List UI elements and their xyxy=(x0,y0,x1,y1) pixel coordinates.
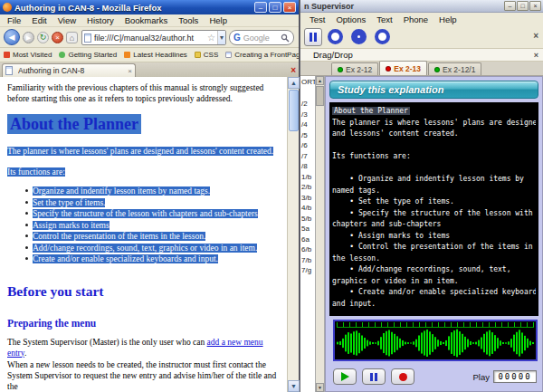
maximize-icon[interactable]: □ xyxy=(269,2,281,13)
back-button[interactable]: ◀ xyxy=(4,29,20,45)
terminal-title-line: About the Planner xyxy=(332,106,536,118)
firefox-scrollbar[interactable]: ▲ ▼ xyxy=(287,77,299,392)
getting-started-icon xyxy=(59,52,65,58)
firefox-nav-toolbar: ◀ ▶ ↻ × ⌂ file:///C|/manual32/author.ht … xyxy=(0,27,299,48)
most-visited-icon xyxy=(4,52,10,58)
pause-button[interactable] xyxy=(362,368,386,385)
scrollbar-thumb[interactable] xyxy=(289,90,299,131)
minimize-icon[interactable]: – xyxy=(504,1,516,11)
tree-item[interactable]: 5/b xyxy=(300,214,315,225)
lesson-text-area[interactable]: About the Planner The planner is where l… xyxy=(329,102,538,316)
search-box[interactable]: G Google xyxy=(229,30,294,45)
bullet-dot xyxy=(25,212,28,215)
maximize-icon[interactable]: □ xyxy=(517,1,529,11)
tab-ex-2-12[interactable]: Ex 2-12 xyxy=(331,62,378,75)
play-button[interactable] xyxy=(333,368,357,385)
menu-item[interactable]: Text xyxy=(371,14,397,24)
tree-item[interactable]: 5a xyxy=(300,224,315,234)
tree-item[interactable]: 6a xyxy=(300,234,315,245)
firefox-titlebar[interactable]: Authoring in CAN-8 - Mozilla Firefox – □… xyxy=(0,0,299,14)
tree-item[interactable]: /6 xyxy=(300,140,315,151)
menu-item[interactable]: Tools xyxy=(173,15,204,25)
bookmark-frontpage[interactable]: Creating a FrontPage... xyxy=(225,51,299,59)
menu-item[interactable]: File xyxy=(2,15,26,25)
search-icon[interactable] xyxy=(281,33,290,43)
waveform-graph xyxy=(337,328,534,359)
planner-tree-panel[interactable]: ORTE /2/3/4/5/6/7/81/b2/b3/b4/b5/b5a6a6/… xyxy=(300,76,316,392)
toolbar-round-button-2[interactable] xyxy=(351,29,367,44)
waveform-display xyxy=(333,320,538,361)
scroll-down-icon[interactable]: ▼ xyxy=(288,380,300,392)
record-button[interactable] xyxy=(391,368,414,385)
search-placeholder: Google xyxy=(243,33,281,43)
menu-item[interactable]: Help xyxy=(204,15,233,25)
page-content[interactable]: Familiarity with the previous chapters o… xyxy=(0,77,287,392)
toolbar-round-button-1[interactable] xyxy=(328,29,343,44)
close-icon[interactable]: × xyxy=(283,2,296,13)
terminal-line: graphics or video in an item. xyxy=(332,276,536,288)
supervisor-titlebar[interactable]: n Supervisor – □ × xyxy=(300,0,543,13)
toolbar-pause-button[interactable] xyxy=(304,28,322,46)
tabbar-close-button[interactable]: × xyxy=(291,65,296,75)
tree-item[interactable]: 6/b xyxy=(300,244,315,255)
tree-item[interactable]: /8 xyxy=(300,161,315,172)
scroll-up-icon[interactable]: ▲ xyxy=(288,77,300,89)
home-button[interactable]: ⌂ xyxy=(66,32,78,43)
bookmarks-toolbar: Most Visited Getting Started Latest Head… xyxy=(0,48,299,62)
toolbar-round-button-3[interactable] xyxy=(375,29,390,44)
menu-item[interactable]: Phone xyxy=(398,14,433,24)
scrollbar-thumb[interactable] xyxy=(316,86,324,106)
tree-item[interactable]: /4 xyxy=(300,120,315,130)
menu-item[interactable]: Help xyxy=(433,14,462,24)
tab-ex-2-12-1[interactable]: Ex 2-12/1 xyxy=(428,62,481,75)
toolbar-close-icon[interactable]: × xyxy=(533,31,538,41)
scroll-up-icon[interactable]: ▲ xyxy=(316,76,324,85)
bookmark-star-icon[interactable]: ☆ xyxy=(207,33,215,43)
menu-item[interactable]: Test xyxy=(304,14,330,24)
bullet-dot xyxy=(25,201,28,204)
reload-button[interactable]: ↻ xyxy=(37,32,49,43)
tree-item[interactable]: 1/b xyxy=(300,172,315,183)
tree-item[interactable]: 2/b xyxy=(300,182,315,193)
menu-item[interactable]: Bookmarks xyxy=(119,15,174,25)
page-icon xyxy=(225,52,232,58)
stop-button[interactable]: × xyxy=(52,32,63,43)
close-icon[interactable]: × xyxy=(529,1,541,11)
tree-item[interactable]: /3 xyxy=(300,110,315,120)
address-bar[interactable]: file:///C|/manual32/author.ht ☆ ▾ xyxy=(81,30,226,45)
bookmark-getting-started[interactable]: Getting Started xyxy=(59,51,117,59)
tab-close-icon[interactable]: × xyxy=(128,67,132,75)
scroll-down-icon[interactable]: ▼ xyxy=(316,383,324,392)
menu-item[interactable]: Options xyxy=(330,14,371,24)
heading-about-the-planner: About the Planner xyxy=(7,114,281,134)
tree-item[interactable]: /2 xyxy=(300,99,315,110)
menu-item[interactable]: Edit xyxy=(26,15,52,25)
tree-item[interactable]: /7 xyxy=(300,151,315,162)
terminal-line xyxy=(332,163,536,175)
supervisor-menubar: TestOptionsTextPhoneHelp xyxy=(300,13,543,25)
forward-button[interactable]: ▶ xyxy=(23,32,34,43)
tree-item[interactable]: /5 xyxy=(300,130,315,141)
bookmark-most-visited[interactable]: Most Visited xyxy=(4,51,52,59)
minimize-icon[interactable]: – xyxy=(254,2,267,13)
tree-item[interactable]: 7/b xyxy=(300,255,315,266)
tree-scrollbar[interactable]: ▲ ▼ xyxy=(316,76,325,392)
bookmark-latest-headlines[interactable]: Latest Headlines xyxy=(124,51,187,59)
address-dropdown-icon[interactable]: ▾ xyxy=(217,31,225,44)
tab-ex-2-13[interactable]: Ex 2-13 xyxy=(379,61,427,75)
menu-item[interactable]: History xyxy=(81,15,119,25)
lesson-title: Study this explanation xyxy=(338,84,443,95)
bookmark-css[interactable]: CSS xyxy=(195,51,218,59)
tree-item[interactable]: 4/b xyxy=(300,203,315,214)
terminal-line: Its functions are: xyxy=(332,151,536,163)
tree-item[interactable]: 7/g xyxy=(300,265,315,276)
tree-header: ORTE xyxy=(300,76,315,86)
tree-item[interactable]: 3/b xyxy=(300,193,315,204)
menu-item[interactable]: View xyxy=(52,15,81,25)
tab-label: Authoring in CAN-8 xyxy=(18,66,125,75)
tab-authoring-in-can8[interactable]: Authoring in CAN-8 × xyxy=(2,63,136,77)
play-icon xyxy=(341,372,349,381)
tree-items: /2/3/4/5/6/7/81/b2/b3/b4/b5/b5a6a6/b7/b7… xyxy=(300,99,315,276)
terminal-line: • Organize and indentify lesson items by xyxy=(332,174,536,186)
dragdrop-close-icon[interactable]: × xyxy=(534,51,538,60)
